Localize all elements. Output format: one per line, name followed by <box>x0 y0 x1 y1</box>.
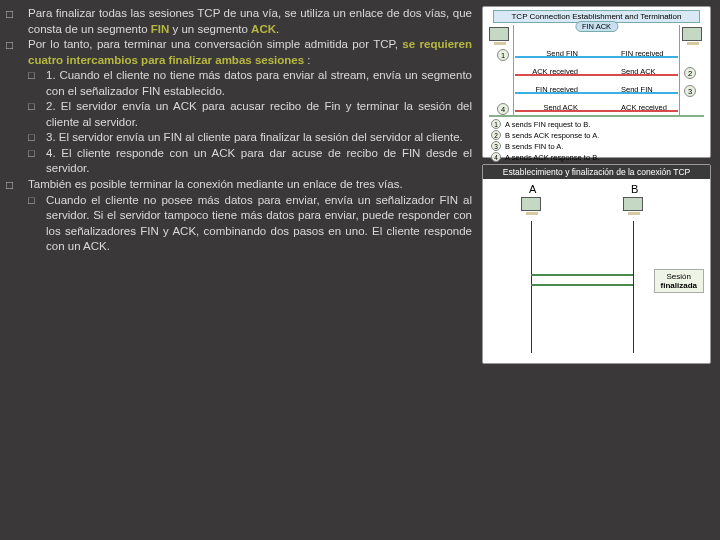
session-line <box>531 274 633 276</box>
sub-marker: □ <box>28 130 46 146</box>
timeline-b2 <box>633 221 634 353</box>
sub-marker: □ <box>28 193 46 255</box>
leg-4: A sends ACK response to B. <box>505 153 599 162</box>
lbl-ack-received-2: ACK received <box>621 103 667 112</box>
bullet-marker: □ <box>6 6 28 37</box>
arrow-3 <box>515 87 678 99</box>
monitor-icon <box>682 27 704 47</box>
bullet-3-text: También es posible terminar la conexión … <box>28 177 472 193</box>
bullet-1: □ Para finalizar todas las sesiones TCP … <box>6 6 472 37</box>
leg-2: B sends ACK response to A. <box>505 131 599 140</box>
monitor-icon <box>521 197 543 217</box>
lbl-send-fin-2: Send FIN <box>621 85 653 94</box>
sub-marker: □ <box>28 68 46 99</box>
step-3: 3 <box>684 85 696 97</box>
sesion-label: Sesión <box>661 272 697 281</box>
sub-marker: □ <box>28 146 46 177</box>
diagram-column: TCP Connection Establishment and Termina… <box>480 0 715 540</box>
leg-1: A sends FIN request to B. <box>505 120 590 129</box>
sub-item-2: □ 2. El servidor envía un ACK para acusa… <box>28 99 472 130</box>
label-a: A <box>529 183 536 195</box>
sub-2-text: 2. El servidor envía un ACK para acusar … <box>46 99 472 130</box>
sub-5-text: Cuando el cliente no posee más datos par… <box>46 193 472 255</box>
sub-item-4: □ 4. El cliente responde con un ACK para… <box>28 146 472 177</box>
session-box: Sesión finalizada <box>654 269 704 293</box>
step-1: 1 <box>497 49 509 61</box>
sub-3-text: 3. El servidor envía un FIN al cliente p… <box>46 130 472 146</box>
leg-3: B sends FIN to A. <box>505 142 563 151</box>
label-b: B <box>631 183 638 195</box>
bullet-2: □ Por lo tanto, para terminar una conver… <box>6 37 472 68</box>
sublist-2: □ Cuando el cliente no posee más datos p… <box>6 193 472 255</box>
dia1-legend: 1A sends FIN request to B. 2B sends ACK … <box>489 115 704 165</box>
finalizada-label: finalizada <box>661 281 697 290</box>
bullet-marker: □ <box>6 37 28 68</box>
sub-item-3: □ 3. El servidor envía un FIN al cliente… <box>28 130 472 146</box>
sub-1-text: 1. Cuando el cliente no tiene más datos … <box>46 68 472 99</box>
lbl-send-ack: Send ACK <box>621 67 656 76</box>
diagram-establecimiento: Establecimiento y finalización de la con… <box>482 164 711 364</box>
timeline-b <box>679 25 680 115</box>
diagram-tcp-termination: TCP Connection Establishment and Termina… <box>482 6 711 158</box>
dia1-body: 1 Send FIN FIN received ACK received Sen… <box>483 25 710 115</box>
bullet-marker: □ <box>6 177 28 193</box>
lbl-fin-received: FIN received <box>621 49 664 58</box>
slide-text-column: □ Para finalizar todas las sesiones TCP … <box>0 0 480 540</box>
sublist-1: □ 1. Cuando el cliente no tiene más dato… <box>6 68 472 177</box>
sub-item-5: □ Cuando el cliente no posee más datos p… <box>28 193 472 255</box>
sub-item-1: □ 1. Cuando el cliente no tiene más dato… <box>28 68 472 99</box>
step-2: 2 <box>684 67 696 79</box>
monitor-icon <box>623 197 645 217</box>
timeline-a2 <box>531 221 532 353</box>
sub-4-text: 4. El cliente responde con un ACK para d… <box>46 146 472 177</box>
dia2-body: A B Sesión finalizada <box>483 179 710 357</box>
sub-marker: □ <box>28 99 46 130</box>
bullet-3: □ También es posible terminar la conexió… <box>6 177 472 193</box>
step-4: 4 <box>497 103 509 115</box>
session-line <box>531 284 633 286</box>
bullet-2-text: Por lo tanto, para terminar una conversa… <box>28 37 472 68</box>
bullet-1-text: Para finalizar todas las sesiones TCP de… <box>28 6 472 37</box>
monitor-icon <box>489 27 511 47</box>
timeline-a <box>513 25 514 115</box>
dia2-title: Establecimiento y finalización de la con… <box>483 165 710 179</box>
